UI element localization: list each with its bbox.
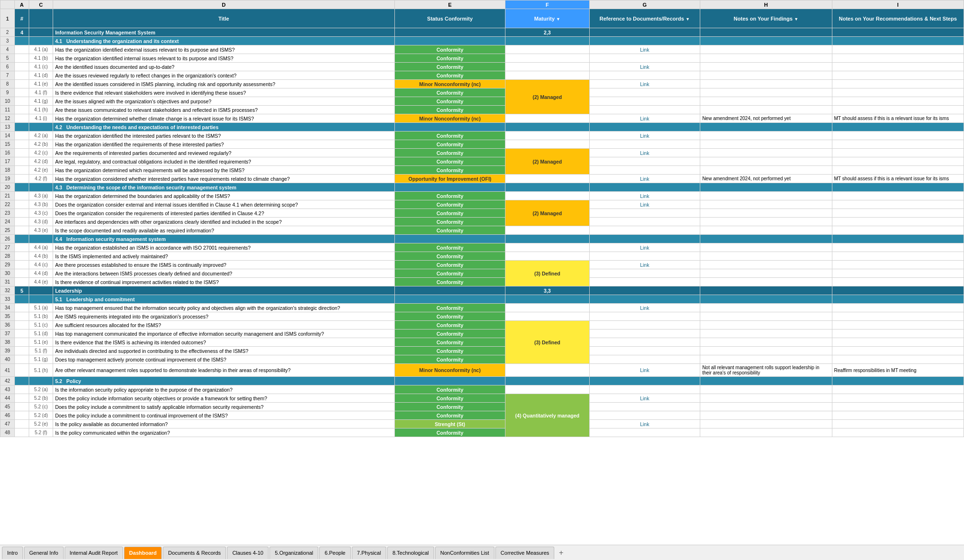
- tab-intro[interactable]: Intro: [2, 547, 23, 559]
- row-10: 10 4.1 (g) Are the issues aligned with t…: [0, 97, 964, 106]
- row-39: 39 5.1 (f) Are individuals directed and …: [0, 347, 964, 355]
- row-15: 15 4.2 (b) Has the organization identifi…: [0, 140, 964, 149]
- tab-nonconformities[interactable]: NonConformities List: [435, 547, 494, 559]
- tab-corrective[interactable]: Corrective Measures: [495, 547, 554, 559]
- row-14: 14 4.2 (a) Has the organization identifi…: [0, 132, 964, 140]
- tab-physical[interactable]: 7.Physical: [352, 547, 386, 559]
- row-36: 36 5.1 (c) Are sufficient resources allo…: [0, 321, 964, 329]
- col-letter-a: A: [15, 0, 29, 9]
- row-6: 6 4.1 (c) Are the identified issues docu…: [0, 63, 964, 71]
- row-34: 34 5.1 (a) Has top management ensured th…: [0, 304, 964, 312]
- row-45: 45 5.2 (c) Does the policy include a com…: [0, 403, 964, 411]
- row-48: 48 5.2 (f) Is the policy communicated wi…: [0, 428, 964, 437]
- row-24: 24 4.3 (d) Are interfaces and dependenci…: [0, 218, 964, 226]
- rownum-3: 3: [0, 37, 15, 45]
- col-letter-rownum: [0, 0, 15, 9]
- row-44: 44 5.2 (b) Does the policy include infor…: [0, 394, 964, 403]
- header-status: Status Conformity: [394, 9, 505, 28]
- spreadsheet: A C D E F G H I 1 # Title Status Conform…: [0, 0, 964, 560]
- header-title: Title: [53, 9, 395, 28]
- row-43: 43 5.2 (a) Is the information security p…: [0, 385, 964, 394]
- row-28: 28 4.4 (b) Is the ISMS implemented and a…: [0, 252, 964, 261]
- row-19: 19 4.2 (f) Has the organization consider…: [0, 175, 964, 183]
- col-letter-e: E: [394, 0, 505, 9]
- row-13: 13 4.2 Understanding the needs and expec…: [0, 123, 964, 132]
- row-4: 4 4.1 (a) Has the organization identifie…: [0, 45, 964, 54]
- row-22: 22 4.3 (b) Does the organization conside…: [0, 200, 964, 209]
- row-3: 3 4.1 Understanding the organization and…: [0, 37, 964, 45]
- col-letter-d: D: [53, 0, 395, 9]
- sec4-score: 2,3: [505, 28, 589, 37]
- row-27: 27 4.4 (a) Has the organization establis…: [0, 243, 964, 252]
- row-8: 8 4.1 (e) Are the identified issues cons…: [0, 80, 964, 88]
- row-12: 12 4.1 (i) Has the organization determin…: [0, 114, 964, 123]
- col-letter-row: A C D E F G H I: [0, 0, 964, 9]
- row-20: 20 4.3 Determining the scope of the info…: [0, 183, 964, 192]
- sec4-num: 4: [15, 28, 29, 37]
- tab-organizational[interactable]: 5.Organizational: [269, 547, 318, 559]
- row-11: 11 4.1 (h) Are these issues communicated…: [0, 106, 964, 114]
- header-rownum: 1: [0, 9, 15, 28]
- row-17: 17 4.2 (d) Are legal, regulatory, and co…: [0, 157, 964, 166]
- col-letter-c: C: [29, 0, 53, 9]
- sec41-num: [15, 37, 29, 45]
- sec4-title: Information Security Management System: [53, 28, 395, 37]
- row-9: 9 4.1 (f) Is there evidence that relevan…: [0, 88, 964, 97]
- filter-icon-maturity[interactable]: ▼: [556, 17, 560, 22]
- header-notes-rec: Notes on Your Recommendations & Next Ste…: [832, 9, 964, 28]
- row-23: 23 4.3 (c) Does the organization conside…: [0, 209, 964, 218]
- tab-people[interactable]: 6.People: [319, 547, 350, 559]
- row-40: 40 5.1 (g) Does top management actively …: [0, 355, 964, 364]
- header-notes-findings: Notes on Your Findings▼: [700, 9, 832, 28]
- col-letter-i: I: [832, 0, 964, 9]
- row-30: 30 4.4 (d) Are the interactions between …: [0, 269, 964, 278]
- header-hash: #: [15, 9, 29, 28]
- header-maturity: Maturity▼: [505, 9, 589, 28]
- row-16: 16 4.2 (c) Are the requirements of inter…: [0, 149, 964, 157]
- tab-bar: Intro General Info Internal Audit Report…: [0, 545, 964, 560]
- row-21: 21 4.3 (a) Has the organization determin…: [0, 192, 964, 200]
- sec41-title: 4.1 Understanding the organization and i…: [53, 37, 395, 45]
- row-35: 35 5.1 (b) Are ISMS requirements integra…: [0, 312, 964, 321]
- filter-icon-findings[interactable]: ▼: [794, 17, 798, 22]
- row-37: 37 5.1 (d) Has top management communicat…: [0, 329, 964, 338]
- row-32: 32 5 Leadership 3,3: [0, 286, 964, 295]
- row-47: 47 5.2 (e) Is the policy available as do…: [0, 420, 964, 428]
- row-25: 25 4.3 (e) Is the scope documented and r…: [0, 226, 964, 235]
- row-38: 38 5.1 (e) Is there evidence that the IS…: [0, 338, 964, 347]
- row-18: 18 4.2 (e) Has the organization determin…: [0, 166, 964, 175]
- tab-documents[interactable]: Documents & Records: [163, 547, 226, 559]
- rownum-2: 2: [0, 28, 15, 37]
- row-31: 31 4.4 (e) Is there evidence of continua…: [0, 278, 964, 286]
- row-33: 33 5.1 Leadership and commitment: [0, 295, 964, 304]
- row-5: 5 4.1 (b) Has the organization identifie…: [0, 54, 964, 63]
- table-wrapper: A C D E F G H I 1 # Title Status Conform…: [0, 0, 964, 560]
- row-41: 41 5.1 (h) Are other relevant management…: [0, 364, 964, 377]
- row-2: 2 4 Information Security Management Syst…: [0, 28, 964, 37]
- col-letter-g: G: [589, 0, 700, 9]
- header-row: 1 # Title Status Conformity Maturity▼ Re…: [0, 9, 964, 28]
- filter-icon-ref[interactable]: ▼: [685, 17, 690, 22]
- tab-technological[interactable]: 8.Technological: [387, 547, 434, 559]
- tab-clauses[interactable]: Clauses 4-10: [227, 547, 269, 559]
- header-reference: Reference to Documents/Records▼: [589, 9, 700, 28]
- tab-dashboard[interactable]: Dashboard: [124, 547, 162, 559]
- row-42: 42 5.2 Policy: [0, 377, 964, 385]
- row-29: 29 4.4 (c) Are there processes establish…: [0, 261, 964, 269]
- row-26: 26 4.4 Information security management s…: [0, 235, 964, 243]
- col-letter-h: H: [700, 0, 832, 9]
- main-table: A C D E F G H I 1 # Title Status Conform…: [0, 0, 964, 437]
- row-46: 46 5.2 (d) Does the policy include a com…: [0, 411, 964, 420]
- tab-general-info[interactable]: General Info: [24, 547, 64, 559]
- header-empty: [29, 9, 53, 28]
- tab-internal-audit[interactable]: Internal Audit Report: [65, 547, 123, 559]
- tab-add-button[interactable]: +: [555, 547, 567, 559]
- col-letter-f: F: [505, 0, 589, 9]
- row-7: 7 4.1 (d) Are the issues reviewed regula…: [0, 71, 964, 80]
